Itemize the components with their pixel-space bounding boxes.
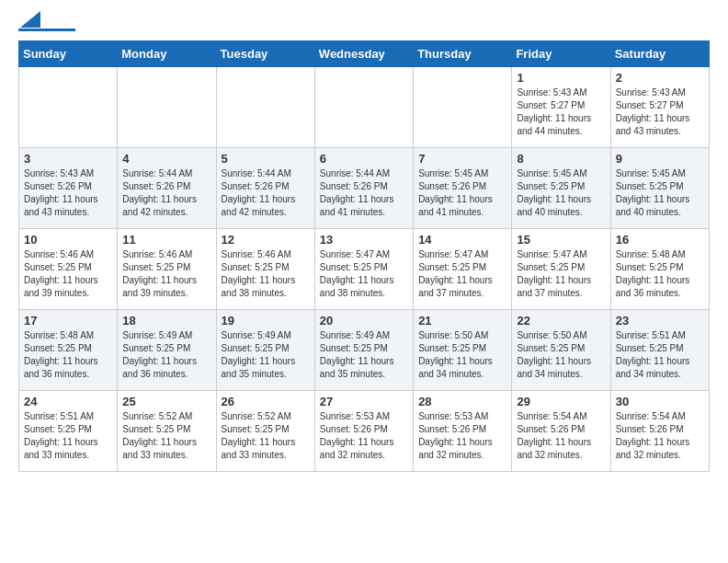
day-number: 18: [122, 314, 210, 327]
day-info: Sunrise: 5:48 AM Sunset: 5:25 PM Dayligh…: [616, 248, 704, 300]
day-info: Sunrise: 5:45 AM Sunset: 5:25 PM Dayligh…: [517, 167, 605, 219]
day-info: Sunrise: 5:45 AM Sunset: 5:25 PM Dayligh…: [616, 167, 704, 219]
day-number: 29: [517, 395, 605, 408]
day-info: Sunrise: 5:49 AM Sunset: 5:25 PM Dayligh…: [222, 329, 310, 381]
day-info: Sunrise: 5:48 AM Sunset: 5:25 PM Dayligh…: [24, 329, 112, 381]
day-info: Sunrise: 5:49 AM Sunset: 5:25 PM Dayligh…: [320, 329, 408, 381]
day-number: 1: [517, 71, 605, 85]
day-info: Sunrise: 5:51 AM Sunset: 5:25 PM Dayligh…: [616, 329, 704, 381]
calendar-cell: 23Sunrise: 5:51 AM Sunset: 5:25 PM Dayli…: [610, 310, 709, 391]
calendar-cell: 29Sunrise: 5:54 AM Sunset: 5:26 PM Dayli…: [512, 391, 610, 472]
calendar-cell: 11Sunrise: 5:46 AM Sunset: 5:25 PM Dayli…: [118, 229, 216, 310]
calendar-cell: [19, 67, 118, 148]
day-info: Sunrise: 5:51 AM Sunset: 5:25 PM Dayligh…: [24, 410, 112, 462]
calendar-cell: [216, 67, 314, 148]
calendar-cell: 6Sunrise: 5:44 AM Sunset: 5:26 PM Daylig…: [314, 148, 413, 229]
logo-icon: [20, 11, 40, 28]
calendar-cell: 10Sunrise: 5:46 AM Sunset: 5:25 PM Dayli…: [19, 229, 118, 310]
calendar-cell: 1Sunrise: 5:43 AM Sunset: 5:27 PM Daylig…: [512, 67, 610, 148]
calendar-cell: 28Sunrise: 5:53 AM Sunset: 5:26 PM Dayli…: [414, 391, 512, 472]
calendar-cell: 21Sunrise: 5:50 AM Sunset: 5:25 PM Dayli…: [414, 310, 512, 391]
calendar-cell: 30Sunrise: 5:54 AM Sunset: 5:26 PM Dayli…: [610, 391, 709, 472]
calendar-week-2: 3Sunrise: 5:43 AM Sunset: 5:26 PM Daylig…: [19, 148, 710, 229]
calendar-cell: 4Sunrise: 5:44 AM Sunset: 5:26 PM Daylig…: [118, 148, 216, 229]
day-info: Sunrise: 5:46 AM Sunset: 5:25 PM Dayligh…: [222, 248, 310, 300]
day-number: 27: [320, 395, 408, 408]
day-number: 25: [122, 395, 210, 408]
logo: [18, 18, 75, 31]
day-info: Sunrise: 5:43 AM Sunset: 5:27 PM Dayligh…: [616, 86, 704, 138]
day-number: 21: [418, 314, 506, 327]
day-number: 9: [616, 152, 704, 166]
day-number: 30: [616, 395, 704, 408]
day-number: 10: [24, 233, 112, 247]
calendar-header-monday: Monday: [118, 41, 216, 67]
calendar-cell: [118, 67, 216, 148]
day-number: 28: [418, 395, 506, 408]
calendar-cell: 18Sunrise: 5:49 AM Sunset: 5:25 PM Dayli…: [118, 310, 216, 391]
day-number: 12: [222, 233, 310, 247]
day-info: Sunrise: 5:44 AM Sunset: 5:26 PM Dayligh…: [222, 167, 310, 219]
day-number: 3: [24, 152, 112, 166]
calendar-cell: 25Sunrise: 5:52 AM Sunset: 5:25 PM Dayli…: [118, 391, 216, 472]
logo-underline: [18, 29, 75, 31]
day-info: Sunrise: 5:46 AM Sunset: 5:25 PM Dayligh…: [24, 248, 112, 300]
day-number: 14: [418, 233, 506, 247]
calendar-cell: 2Sunrise: 5:43 AM Sunset: 5:27 PM Daylig…: [610, 67, 709, 148]
day-number: 8: [517, 152, 605, 166]
calendar-week-1: 1Sunrise: 5:43 AM Sunset: 5:27 PM Daylig…: [19, 67, 710, 148]
calendar-cell: [414, 67, 512, 148]
day-number: 5: [222, 152, 310, 166]
calendar-header-tuesday: Tuesday: [216, 41, 314, 67]
calendar-cell: 14Sunrise: 5:47 AM Sunset: 5:25 PM Dayli…: [414, 229, 512, 310]
day-info: Sunrise: 5:49 AM Sunset: 5:25 PM Dayligh…: [122, 329, 210, 381]
day-info: Sunrise: 5:50 AM Sunset: 5:25 PM Dayligh…: [517, 329, 605, 381]
calendar-week-4: 17Sunrise: 5:48 AM Sunset: 5:25 PM Dayli…: [19, 310, 710, 391]
day-number: 24: [24, 395, 112, 408]
day-number: 26: [222, 395, 310, 408]
day-number: 15: [517, 233, 605, 247]
calendar-cell: 15Sunrise: 5:47 AM Sunset: 5:25 PM Dayli…: [512, 229, 610, 310]
day-number: 6: [320, 152, 408, 166]
day-info: Sunrise: 5:52 AM Sunset: 5:25 PM Dayligh…: [222, 410, 310, 462]
calendar-cell: 5Sunrise: 5:44 AM Sunset: 5:26 PM Daylig…: [216, 148, 314, 229]
header: [18, 15, 710, 31]
day-info: Sunrise: 5:46 AM Sunset: 5:25 PM Dayligh…: [122, 248, 210, 300]
day-info: Sunrise: 5:53 AM Sunset: 5:26 PM Dayligh…: [418, 410, 506, 462]
day-number: 19: [222, 314, 310, 327]
svg-marker-0: [20, 11, 40, 28]
day-info: Sunrise: 5:45 AM Sunset: 5:26 PM Dayligh…: [418, 167, 506, 219]
day-number: 13: [320, 233, 408, 247]
calendar-week-5: 24Sunrise: 5:51 AM Sunset: 5:25 PM Dayli…: [19, 391, 710, 472]
calendar-cell: 20Sunrise: 5:49 AM Sunset: 5:25 PM Dayli…: [314, 310, 413, 391]
day-info: Sunrise: 5:43 AM Sunset: 5:27 PM Dayligh…: [517, 86, 605, 138]
day-number: 4: [122, 152, 210, 166]
calendar-cell: 12Sunrise: 5:46 AM Sunset: 5:25 PM Dayli…: [216, 229, 314, 310]
calendar-header-wednesday: Wednesday: [314, 41, 413, 67]
day-info: Sunrise: 5:47 AM Sunset: 5:25 PM Dayligh…: [320, 248, 408, 300]
calendar-header-thursday: Thursday: [414, 41, 512, 67]
calendar-cell: 8Sunrise: 5:45 AM Sunset: 5:25 PM Daylig…: [512, 148, 610, 229]
calendar-header-saturday: Saturday: [610, 41, 709, 67]
calendar-cell: 16Sunrise: 5:48 AM Sunset: 5:25 PM Dayli…: [610, 229, 709, 310]
calendar-cell: [314, 67, 413, 148]
calendar-cell: 17Sunrise: 5:48 AM Sunset: 5:25 PM Dayli…: [19, 310, 118, 391]
calendar-cell: 22Sunrise: 5:50 AM Sunset: 5:25 PM Dayli…: [512, 310, 610, 391]
calendar-header-friday: Friday: [512, 41, 610, 67]
day-number: 22: [517, 314, 605, 327]
day-info: Sunrise: 5:44 AM Sunset: 5:26 PM Dayligh…: [320, 167, 408, 219]
day-info: Sunrise: 5:54 AM Sunset: 5:26 PM Dayligh…: [616, 410, 704, 462]
calendar-cell: 24Sunrise: 5:51 AM Sunset: 5:25 PM Dayli…: [19, 391, 118, 472]
calendar-header-sunday: Sunday: [19, 41, 118, 67]
day-info: Sunrise: 5:44 AM Sunset: 5:26 PM Dayligh…: [122, 167, 210, 219]
calendar-week-3: 10Sunrise: 5:46 AM Sunset: 5:25 PM Dayli…: [19, 229, 710, 310]
day-info: Sunrise: 5:43 AM Sunset: 5:26 PM Dayligh…: [24, 167, 112, 219]
day-info: Sunrise: 5:53 AM Sunset: 5:26 PM Dayligh…: [320, 410, 408, 462]
day-number: 11: [122, 233, 210, 247]
calendar-cell: 26Sunrise: 5:52 AM Sunset: 5:25 PM Dayli…: [216, 391, 314, 472]
day-info: Sunrise: 5:54 AM Sunset: 5:26 PM Dayligh…: [517, 410, 605, 462]
day-info: Sunrise: 5:50 AM Sunset: 5:25 PM Dayligh…: [418, 329, 506, 381]
day-number: 7: [418, 152, 506, 166]
calendar-header-row: SundayMondayTuesdayWednesdayThursdayFrid…: [19, 41, 710, 67]
calendar-cell: 19Sunrise: 5:49 AM Sunset: 5:25 PM Dayli…: [216, 310, 314, 391]
